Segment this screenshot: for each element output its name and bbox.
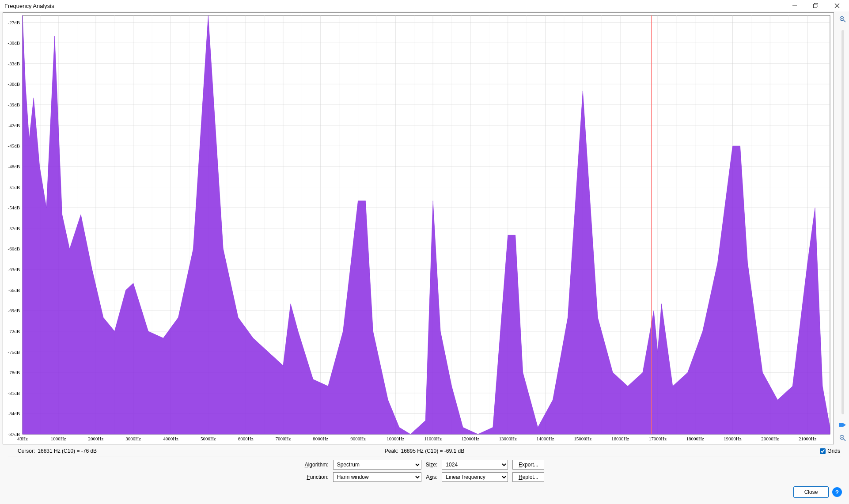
svg-text:-54dB: -54dB bbox=[8, 205, 20, 210]
svg-text:3000Hz: 3000Hz bbox=[125, 436, 141, 441]
size-select[interactable]: 1024 bbox=[442, 460, 508, 470]
tag-icon bbox=[839, 422, 847, 428]
window-title: Frequency Analysis bbox=[3, 3, 54, 9]
svg-text:-63dB: -63dB bbox=[8, 267, 20, 272]
function-label: Function: bbox=[305, 474, 329, 480]
bottom-row: Close ? bbox=[0, 484, 849, 504]
svg-text:1000Hz: 1000Hz bbox=[51, 436, 66, 441]
info-row: Cursor: 16831 Hz (C10) = -76 dB Peak: 16… bbox=[0, 446, 849, 456]
maximize-icon bbox=[813, 3, 819, 8]
replot-button[interactable]: Replot... bbox=[512, 472, 544, 482]
svg-text:-30dB: -30dB bbox=[8, 40, 20, 45]
axis-select[interactable]: Linear frequency bbox=[442, 472, 508, 482]
svg-text:-78dB: -78dB bbox=[8, 370, 20, 375]
cursor-label: Cursor: bbox=[18, 448, 35, 454]
svg-text:20000Hz: 20000Hz bbox=[761, 436, 779, 441]
minimize-button[interactable] bbox=[787, 1, 802, 11]
svg-text:15000Hz: 15000Hz bbox=[574, 436, 591, 441]
svg-text:-36dB: -36dB bbox=[8, 81, 20, 87]
close-button-label-rest: lose bbox=[808, 489, 818, 495]
minimize-icon bbox=[792, 3, 797, 8]
zoom-out-icon bbox=[839, 435, 846, 442]
svg-text:16000Hz: 16000Hz bbox=[611, 436, 629, 441]
svg-text:-57dB: -57dB bbox=[8, 226, 20, 231]
svg-text:17000Hz: 17000Hz bbox=[649, 436, 667, 441]
svg-text:-33dB: -33dB bbox=[8, 61, 20, 66]
peak-value: 16895 Hz (C10) = -69.1 dB bbox=[401, 448, 464, 454]
algorithm-label: Algorithm: bbox=[305, 462, 329, 468]
plot-wrap: -27dB-30dB-33dB-36dB-39dB-42dB-45dB-48dB… bbox=[0, 11, 837, 446]
svg-text:-27dB: -27dB bbox=[8, 20, 20, 25]
window-controls bbox=[787, 1, 846, 11]
close-button[interactable]: Close bbox=[793, 486, 829, 498]
svg-rect-2 bbox=[814, 4, 817, 8]
algorithm-select[interactable]: Spectrum bbox=[333, 460, 421, 470]
titlebar: Frequency Analysis bbox=[0, 0, 849, 11]
zoom-out-button[interactable] bbox=[838, 434, 847, 443]
spectrum-plot[interactable]: -27dB-30dB-33dB-36dB-39dB-42dB-45dB-48dB… bbox=[3, 12, 834, 444]
plot-svg: -27dB-30dB-33dB-36dB-39dB-42dB-45dB-48dB… bbox=[3, 13, 834, 444]
cursor-value: 16831 Hz (C10) = -76 dB bbox=[38, 448, 97, 454]
svg-text:43Hz: 43Hz bbox=[17, 436, 28, 441]
svg-text:18000Hz: 18000Hz bbox=[686, 436, 704, 441]
svg-text:19000Hz: 19000Hz bbox=[724, 436, 741, 441]
close-icon bbox=[834, 3, 840, 8]
svg-text:5000Hz: 5000Hz bbox=[201, 436, 216, 441]
svg-text:8000Hz: 8000Hz bbox=[313, 436, 328, 441]
svg-text:-60dB: -60dB bbox=[8, 246, 20, 251]
maximize-button[interactable] bbox=[808, 1, 823, 11]
zoom-in-button[interactable] bbox=[838, 15, 847, 24]
tag-button[interactable] bbox=[838, 421, 847, 429]
size-label: Size: bbox=[426, 462, 438, 468]
grids-checkbox-input[interactable] bbox=[820, 448, 826, 454]
svg-text:-45dB: -45dB bbox=[8, 143, 20, 148]
svg-text:12000Hz: 12000Hz bbox=[462, 436, 479, 441]
controls-panel: Algorithm: Spectrum Size: 1024 Export...… bbox=[0, 456, 849, 484]
svg-text:9000Hz: 9000Hz bbox=[350, 436, 366, 441]
export-button[interactable]: Export... bbox=[512, 460, 544, 470]
svg-line-115 bbox=[844, 20, 846, 23]
svg-text:-42dB: -42dB bbox=[8, 123, 20, 128]
axis-label: Axis: bbox=[426, 474, 438, 480]
svg-text:21000Hz: 21000Hz bbox=[799, 436, 816, 441]
svg-text:-81dB: -81dB bbox=[8, 390, 20, 396]
svg-text:-75dB: -75dB bbox=[8, 349, 20, 355]
svg-text:-84dB: -84dB bbox=[8, 411, 20, 416]
svg-text:-48dB: -48dB bbox=[8, 164, 20, 169]
function-select[interactable]: Hann window bbox=[333, 472, 421, 482]
svg-text:11000Hz: 11000Hz bbox=[424, 436, 442, 441]
svg-text:2000Hz: 2000Hz bbox=[88, 436, 104, 441]
help-button[interactable]: ? bbox=[832, 487, 842, 497]
svg-text:14000Hz: 14000Hz bbox=[536, 436, 554, 441]
svg-text:13000Hz: 13000Hz bbox=[499, 436, 517, 441]
svg-text:7000Hz: 7000Hz bbox=[276, 436, 291, 441]
side-scrollbar[interactable] bbox=[841, 30, 844, 414]
side-toolbar bbox=[837, 11, 849, 446]
main-area: -27dB-30dB-33dB-36dB-39dB-42dB-45dB-48dB… bbox=[0, 11, 849, 446]
grids-label: Grids bbox=[827, 448, 840, 454]
svg-text:10000Hz: 10000Hz bbox=[387, 436, 404, 441]
grids-checkbox[interactable]: Grids bbox=[820, 448, 840, 454]
peak-label: Peak: bbox=[385, 448, 398, 454]
close-window-button[interactable] bbox=[830, 1, 845, 11]
svg-text:-39dB: -39dB bbox=[8, 102, 20, 107]
svg-text:4000Hz: 4000Hz bbox=[163, 436, 178, 441]
zoom-in-icon bbox=[839, 16, 846, 23]
svg-text:-69dB: -69dB bbox=[8, 308, 20, 313]
svg-text:-72dB: -72dB bbox=[8, 329, 20, 334]
svg-text:6000Hz: 6000Hz bbox=[238, 436, 254, 441]
svg-text:-66dB: -66dB bbox=[8, 288, 20, 293]
svg-line-119 bbox=[844, 439, 846, 441]
svg-text:-51dB: -51dB bbox=[8, 185, 20, 190]
